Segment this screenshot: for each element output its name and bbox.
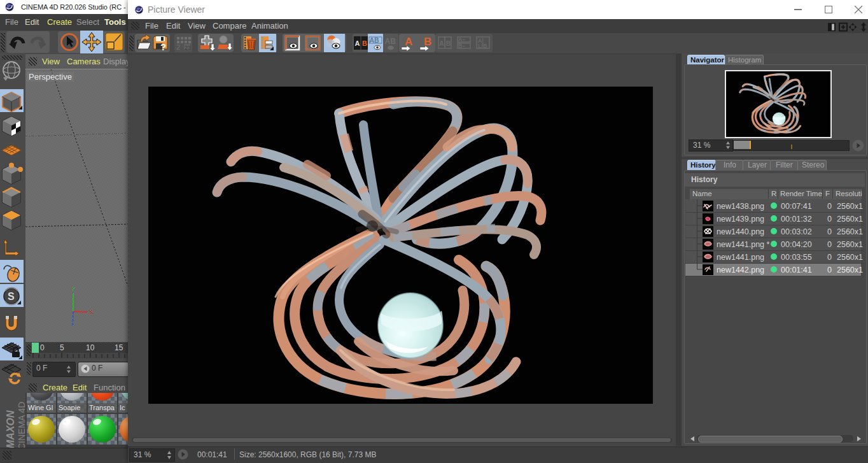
svg-text:Y: Y <box>71 286 75 292</box>
svg-text:00:03:02: 00:03:02 <box>781 227 812 236</box>
svg-text:new1438.png: new1438.png <box>717 202 764 211</box>
svg-text:new1441.png *: new1441.png * <box>717 240 770 249</box>
svg-text:2560x1: 2560x1 <box>837 253 863 262</box>
svg-text:2560x1: 2560x1 <box>837 240 863 249</box>
svg-text:new1442.png: new1442.png <box>717 266 764 274</box>
svg-text:00:03:55: 00:03:55 <box>781 253 812 262</box>
svg-text:new1441.png: new1441.png <box>717 253 764 262</box>
svg-text:0: 0 <box>827 253 832 262</box>
svg-text:X: X <box>89 309 93 315</box>
svg-text:?: ? <box>160 41 166 52</box>
svg-text:2: 2 <box>176 43 180 51</box>
svg-text:00:07:41: 00:07:41 <box>781 202 812 211</box>
svg-text:00:01:32: 00:01:32 <box>781 215 812 224</box>
svg-text:S: S <box>8 291 15 302</box>
svg-text:23: 23 <box>185 45 191 51</box>
svg-text:0: 0 <box>827 266 832 274</box>
svg-text:2560x1: 2560x1 <box>837 202 863 211</box>
svg-text:A: A <box>405 36 412 48</box>
svg-text:B: B <box>446 39 451 47</box>
svg-text:0: 0 <box>827 227 832 236</box>
svg-text:AB: AB <box>370 36 380 44</box>
svg-text:0: 0 <box>827 202 832 211</box>
svg-text:L|B: L|B <box>478 43 487 49</box>
svg-text:00:04:20: 00:04:20 <box>781 240 812 249</box>
svg-text:B–: B– <box>458 43 465 49</box>
svg-text:A: A <box>439 39 444 47</box>
svg-text:00:01:41: 00:01:41 <box>781 266 812 274</box>
svg-text:2560x1: 2560x1 <box>837 227 863 236</box>
svg-text:CINEMA 4D: CINEMA 4D <box>17 402 25 450</box>
svg-text:A–: A– <box>458 36 465 43</box>
svg-text:A: A <box>355 39 360 47</box>
svg-text:AB: AB <box>385 37 396 46</box>
svg-text:MAXON: MAXON <box>5 410 16 448</box>
svg-text:new1439.png: new1439.png <box>717 215 764 224</box>
svg-text:2560x1: 2560x1 <box>837 266 863 274</box>
svg-text:0: 0 <box>827 215 832 224</box>
svg-text:2560x1: 2560x1 <box>837 215 863 224</box>
svg-text:0: 0 <box>827 240 832 249</box>
svg-text:new1440.png: new1440.png <box>717 227 764 236</box>
svg-text:B: B <box>362 39 367 47</box>
